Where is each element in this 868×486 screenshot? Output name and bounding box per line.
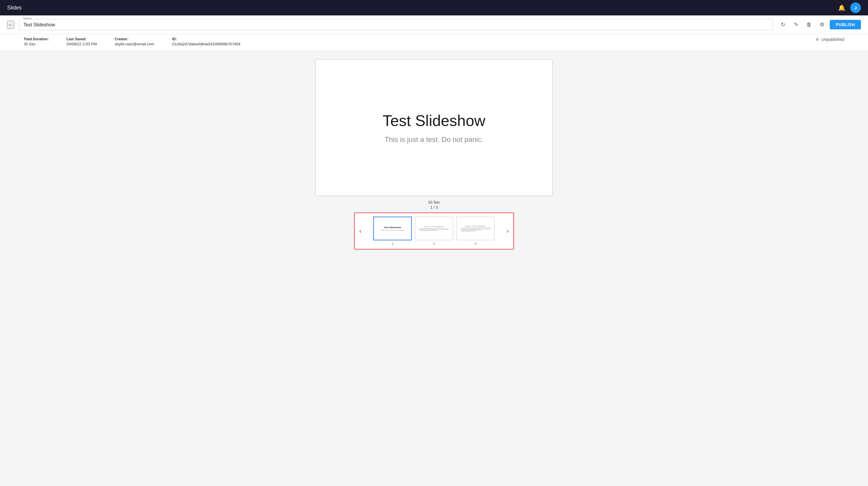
status-area: Unpublished — [816, 37, 844, 42]
creator-value: skykit.user@email.com — [115, 42, 154, 46]
saved-label: Last Saved: — [66, 37, 97, 41]
back-button[interactable]: ← — [7, 21, 14, 29]
back-icon: ← — [8, 21, 13, 28]
id-meta: ID: 01c6a2d7daba4db4a54248968b767464 — [172, 37, 241, 46]
next-slide-button[interactable]: › — [505, 227, 510, 235]
prev-slide-button[interactable]: ‹ — [358, 227, 363, 235]
duration-value: 30 Sec — [24, 42, 49, 46]
status-dot — [816, 38, 819, 41]
delete-button[interactable]: 🗑 — [804, 19, 814, 30]
id-label: ID: — [172, 37, 241, 41]
settings-button[interactable]: ⚙ — [817, 19, 828, 30]
thumbnail-frame-3: Page 3 of Test Slideshow — [456, 217, 495, 240]
toolbar: ← Name ↻ ✎ 🗑 ⚙ PUBLISH — [0, 16, 868, 34]
refresh-icon: ↻ — [781, 21, 785, 28]
saved-meta: Last Saved: 03/09/22 2:03 PM — [66, 37, 97, 46]
top-navigation: Slides 🔔 J — [0, 0, 868, 16]
publish-button[interactable]: PUBLISH — [830, 20, 861, 29]
thumbnails-strip: ‹ Test Slideshow This is just a test. Do… — [354, 212, 514, 249]
name-input[interactable] — [19, 19, 773, 30]
duration-meta: Total Duration: 30 Sec — [24, 37, 49, 46]
thumbnail-number-2: 2 — [433, 242, 435, 245]
thumbnail-item-1[interactable]: Test Slideshow This is just a test. Do n… — [373, 217, 412, 245]
saved-value: 03/09/22 2:03 PM — [66, 42, 97, 46]
delete-icon: 🗑 — [806, 22, 812, 28]
thumbnail-frame-2: Page 2 of Test Slideshow — [415, 217, 453, 240]
prev-icon: ‹ — [359, 227, 362, 235]
slide-main-title: Test Slideshow — [383, 112, 486, 129]
duration-label: Total Duration: — [24, 37, 49, 41]
creator-meta: Creator: skykit.user@email.com — [115, 37, 154, 46]
creator-label: Creator: — [115, 37, 154, 41]
name-label: Name — [22, 17, 33, 20]
refresh-button[interactable]: ↻ — [778, 19, 788, 30]
thumbnail-item-3[interactable]: Page 3 of Test Slideshow 3 — [456, 217, 495, 245]
name-field-wrapper: Name — [19, 19, 773, 30]
id-value: 01c6a2d7daba4db4a54248968b767464 — [172, 42, 241, 46]
settings-icon: ⚙ — [820, 21, 825, 28]
edit-button[interactable]: ✎ — [791, 19, 801, 30]
bell-icon[interactable]: 🔔 — [838, 4, 845, 11]
slide-main-subtitle: This is just a test. Do not panic. — [384, 135, 483, 144]
user-avatar[interactable]: J — [850, 2, 861, 13]
thumbnail-number-3: 3 — [474, 242, 476, 245]
status-label: Unpublished — [821, 37, 844, 42]
metadata-bar: Total Duration: 30 Sec Last Saved: 03/09… — [0, 34, 868, 51]
next-icon: › — [506, 227, 509, 235]
thumbnail-number-1: 1 — [392, 242, 394, 245]
slide-fraction: 1 / 3 — [428, 205, 440, 210]
slide-counter: 10 Sec 1 / 3 — [428, 200, 440, 210]
slide-duration: 10 Sec — [428, 200, 440, 205]
toolbar-actions: ↻ ✎ 🗑 ⚙ PUBLISH — [778, 19, 861, 30]
slide-preview: Test Slideshow This is just a test. Do n… — [315, 60, 553, 196]
app-title: Slides — [7, 5, 22, 11]
nav-right: 🔔 J — [838, 2, 861, 13]
thumbnails-list: Test Slideshow This is just a test. Do n… — [363, 217, 505, 245]
main-content: Test Slideshow This is just a test. Do n… — [0, 51, 868, 486]
thumbnail-frame-1: Test Slideshow This is just a test. Do n… — [373, 217, 412, 240]
edit-icon: ✎ — [794, 21, 798, 28]
thumbnail-item-2[interactable]: Page 2 of Test Slideshow 2 — [415, 217, 453, 245]
